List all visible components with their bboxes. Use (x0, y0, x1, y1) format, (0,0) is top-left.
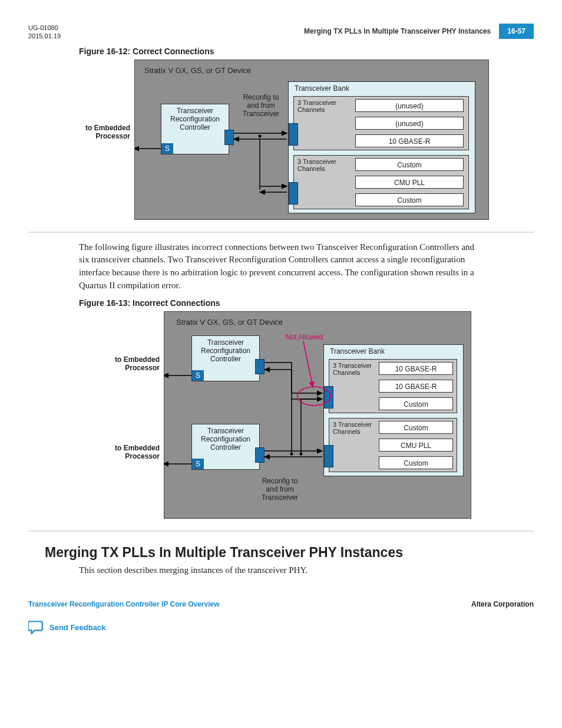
device-title: Stratix V GX, GS, or GT Device (176, 318, 283, 327)
three-channels-label: 3 Transceiver Channels (333, 362, 372, 376)
bank-top-port (324, 386, 333, 409)
channel-slot: CMU PLL (355, 176, 464, 189)
page-number-badge: 16-57 (499, 24, 534, 39)
bank-bottom-port (324, 445, 333, 467)
channel-slot: Custom (355, 193, 464, 206)
svg-point-14 (290, 452, 293, 455)
footer-link-left[interactable]: Transceiver Reconfiguration Controller I… (28, 600, 220, 608)
send-feedback-link[interactable]: Send Feedback (28, 620, 534, 634)
send-feedback-label: Send Feedback (49, 623, 105, 632)
channel-slot: 10 GBASE-R (379, 362, 453, 375)
channel-group-bottom: 3 Transceiver Channels Custom CMU PLL Cu… (329, 418, 457, 472)
bank-title: Transceiver Bank (295, 84, 349, 93)
feedback-icon (28, 620, 44, 634)
channel-slot: 10 GBASE-R (379, 380, 453, 393)
transceiver-bank: Transceiver Bank 3 Transceiver Channels … (323, 344, 464, 476)
bank-top-port (289, 123, 298, 146)
controller-top-right-port (255, 359, 265, 374)
s-port-label: S (161, 143, 173, 154)
svg-point-6 (259, 134, 262, 137)
reconfig-controller-box: Transceiver Reconfiguration Controller S (161, 104, 229, 154)
channel-group-top: 3 Transceiver Channels 10 GBASE-R 10 GBA… (329, 359, 457, 413)
channel-slot: Custom (379, 456, 453, 469)
channel-slot: CMU PLL (379, 439, 453, 452)
three-channels-label: 3 Transceiver Channels (333, 421, 372, 435)
reconfig-controller-label: Transceiver Reconfiguration Controller (192, 338, 259, 364)
channel-group-top: 3 Transceiver Channels (unused) (unused)… (293, 96, 469, 150)
section-body: This section describes merging instances… (79, 564, 483, 577)
channel-slot: 10 GBASE-R (355, 134, 464, 147)
not-allowed-label: Not Allowed (286, 333, 323, 341)
bank-bottom-port (289, 182, 298, 205)
figure-12-diagram: Stratix V GX, GS, or GT Device Transceiv… (134, 60, 489, 220)
reconfig-controller-box-top: Transceiver Reconfiguration Controller S (191, 335, 260, 381)
to-embedded-processor-label: to Embedded Processor (77, 124, 130, 141)
figure-13-caption: Figure 16-13: Incorrect Connections (79, 298, 534, 308)
channel-slot: (unused) (355, 99, 464, 112)
device-title: Stratix V GX, GS, or GT Device (144, 66, 251, 75)
reconfig-controller-box-bottom: Transceiver Reconfiguration Controller S (191, 424, 260, 470)
three-channels-label: 3 Transceiver Channels (297, 99, 336, 113)
running-header-title: Merging TX PLLs In Multiple Transceiver … (304, 27, 491, 35)
reconfig-signal-label: Reconfig to and from Transceiver (256, 477, 303, 502)
svg-line-17 (303, 341, 313, 387)
reconfig-signal-label: Reconfig to and from Transceiver (237, 93, 285, 118)
doc-id: UG-01080 (28, 24, 61, 32)
to-embedded-processor-label: to Embedded Processor (107, 444, 160, 461)
bank-title: Transceiver Bank (330, 347, 385, 355)
doc-date: 2015.01.19 (28, 32, 61, 40)
channel-slot: (unused) (355, 117, 464, 130)
transceiver-bank: Transceiver Bank 3 Transceiver Channels … (288, 81, 475, 213)
body-paragraph: The following figure illustrates incorre… (79, 241, 483, 292)
controller-right-port (224, 130, 234, 145)
figure-12-caption: Figure 16-12: Correct Connections (79, 47, 534, 56)
s-port-label: S (192, 459, 204, 469)
channel-slot: Custom (379, 421, 453, 434)
figure-13-diagram: Stratix V GX, GS, or GT Device Transceiv… (164, 311, 471, 519)
to-embedded-processor-label: to Embedded Processor (107, 355, 160, 373)
channel-slot: Custom (379, 397, 453, 410)
footer-corporation: Altera Corporation (471, 600, 534, 608)
section-heading: Merging TX PLLs In Multiple Transceiver … (45, 545, 534, 561)
channel-slot: Custom (355, 158, 464, 171)
three-channels-label: 3 Transceiver Channels (297, 158, 336, 172)
s-port-label: S (192, 370, 204, 381)
svg-point-13 (300, 452, 303, 455)
controller-bottom-right-port (255, 447, 265, 463)
reconfig-controller-label: Transceiver Reconfiguration Controller (161, 107, 229, 132)
channel-group-bottom: 3 Transceiver Channels Custom CMU PLL Cu… (293, 155, 469, 209)
page-header: UG-01080 2015.01.19 Merging TX PLLs In M… (28, 24, 534, 41)
reconfig-controller-label: Transceiver Reconfiguration Controller (192, 427, 259, 452)
